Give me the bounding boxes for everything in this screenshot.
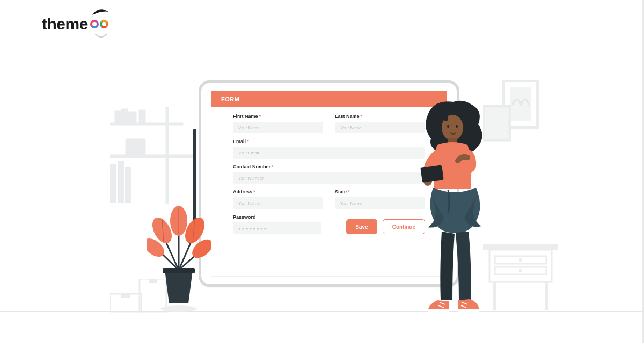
svg-point-36 [444,115,448,121]
logo-hat-icon [91,8,109,19]
person-illustration [406,98,503,314]
first-name-field: First Name* Your Name [233,114,323,133]
first-name-input[interactable]: Your Name [233,122,323,133]
password-label: Password [233,214,321,220]
address-label: Address* [233,189,323,195]
shelf-icon [110,107,207,204]
plant-illustration [147,190,211,313]
first-name-label: First Name* [233,114,323,119]
svg-rect-23 [121,294,130,298]
svg-rect-6 [140,110,145,123]
logo-text: theme [42,15,88,33]
floor-line [0,311,644,312]
svg-rect-8 [110,164,116,203]
svg-rect-9 [118,161,124,203]
contact-input[interactable]: Your Number [233,172,425,184]
svg-rect-41 [458,309,479,312]
email-input[interactable]: Your Email [233,147,425,159]
contact-label: Contact Number* [233,164,425,169]
svg-rect-3 [115,111,121,123]
image-right-edge [642,0,644,343]
svg-rect-4 [122,109,127,123]
email-field: Email* Your Email [233,139,425,159]
svg-rect-5 [128,113,136,123]
svg-rect-21 [545,282,548,310]
svg-point-17 [519,258,522,262]
svg-rect-40 [428,309,449,312]
password-field: Password ●●●●●●●● [233,214,321,234]
svg-point-34 [447,125,449,128]
svg-rect-10 [125,167,131,203]
password-input[interactable]: ●●●●●●●● [233,222,321,234]
svg-rect-39 [420,165,444,182]
contact-field: Contact Number* Your Number [233,164,425,184]
address-field: Address* Your Name [233,189,323,209]
brand-logo: theme [42,15,108,33]
svg-point-32 [160,305,197,312]
svg-rect-1 [110,155,193,157]
logo-glasses-icon [90,20,108,28]
svg-rect-7 [126,139,145,154]
svg-point-19 [519,269,522,272]
email-label: Email* [233,139,425,144]
save-button[interactable]: Save [346,219,377,234]
svg-point-35 [456,125,458,128]
address-input[interactable]: Your Name [233,197,323,209]
svg-rect-2 [166,107,168,204]
svg-rect-31 [163,268,195,273]
logo-smile-icon [94,31,107,41]
